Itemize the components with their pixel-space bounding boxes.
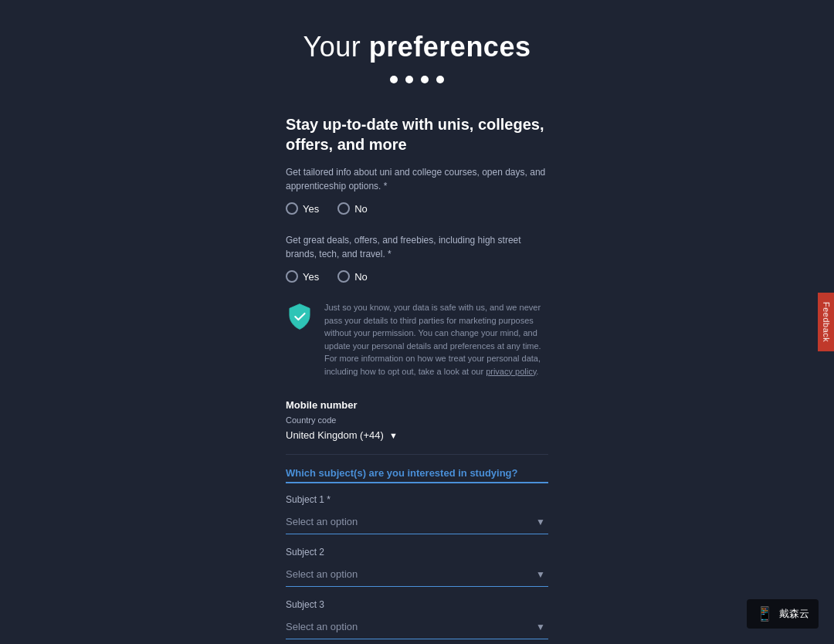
subject2-select[interactable]: Select an option Mathematics Sciences En…: [286, 562, 548, 587]
privacy-text: Just so you know, your data is safe with…: [324, 301, 548, 378]
subject1-select-wrapper: Select an option Mathematics Sciences En…: [286, 510, 548, 534]
q1-description: Get tailored info about uni and college …: [286, 165, 548, 193]
q2-no-text: No: [354, 271, 368, 283]
q1-no-label[interactable]: No: [337, 202, 368, 215]
subject3-select-wrapper: Select an option Mathematics Sciences En…: [286, 615, 548, 639]
page-title: Your preferences: [303, 31, 531, 63]
subject1-label: Subject 1 *: [286, 494, 548, 505]
subject3-label: Subject 3: [286, 599, 548, 610]
title-normal: Your: [303, 31, 369, 63]
dot-3: [421, 76, 429, 83]
country-select[interactable]: United Kingdom (+44) United States (+1) …: [286, 429, 398, 441]
q2-yes-label[interactable]: Yes: [286, 270, 319, 283]
q1-yes-radio[interactable]: [286, 202, 298, 215]
q2-description: Get great deals, offers, and freebies, i…: [286, 233, 548, 261]
q1-yes-text: Yes: [303, 203, 319, 215]
q2-yes-radio[interactable]: [286, 270, 298, 283]
shield-icon: [286, 303, 314, 330]
q2-yes-text: Yes: [303, 271, 319, 283]
section-heading: Stay up-to-date with unis, colleges, off…: [286, 114, 548, 154]
privacy-box: Just so you know, your data is safe with…: [286, 301, 548, 378]
q1-no-text: No: [354, 203, 368, 215]
mobile-label: Mobile number: [286, 399, 548, 411]
subjects-label: Which subject(s) are you interested in s…: [286, 467, 548, 483]
dot-2: [405, 76, 413, 83]
q1-yes-label[interactable]: Yes: [286, 202, 319, 215]
q1-no-radio[interactable]: [337, 202, 350, 215]
feedback-tab[interactable]: Feedback: [818, 293, 834, 351]
country-code-label: Country code: [286, 415, 548, 425]
subject2-label: Subject 2: [286, 547, 548, 558]
subject1-group: Subject 1 * Select an option Mathematics…: [286, 494, 548, 534]
subject2-group: Subject 2 Select an option Mathematics S…: [286, 547, 548, 587]
subject3-group: Subject 3 Select an option Mathematics S…: [286, 599, 548, 639]
subject3-select[interactable]: Select an option Mathematics Sciences En…: [286, 615, 548, 639]
q1-radio-group: Yes No: [286, 202, 548, 215]
content-area: Stay up-to-date with unis, colleges, off…: [286, 114, 548, 644]
title-bold: preferences: [369, 31, 531, 63]
progress-dots: [390, 76, 444, 83]
wechat-badge: 📱 戴森云: [747, 599, 819, 629]
page-wrapper: Your preferences Stay up-to-date with un…: [0, 0, 834, 644]
q2-no-label[interactable]: No: [337, 270, 368, 283]
subject1-select[interactable]: Select an option Mathematics Sciences En…: [286, 510, 548, 534]
wechat-icon: 📱: [756, 605, 773, 622]
mobile-section: Mobile number Country code United Kingdo…: [286, 399, 548, 442]
subject2-select-wrapper: Select an option Mathematics Sciences En…: [286, 562, 548, 587]
dot-1: [390, 76, 398, 83]
country-select-wrapper: United Kingdom (+44) United States (+1) …: [286, 429, 398, 441]
q2-radio-group: Yes No: [286, 270, 548, 283]
wechat-label: 戴森云: [779, 607, 809, 621]
dot-4: [436, 76, 444, 83]
separator: [286, 454, 548, 455]
privacy-policy-link[interactable]: privacy policy: [486, 367, 536, 376]
q2-no-radio[interactable]: [337, 270, 350, 283]
